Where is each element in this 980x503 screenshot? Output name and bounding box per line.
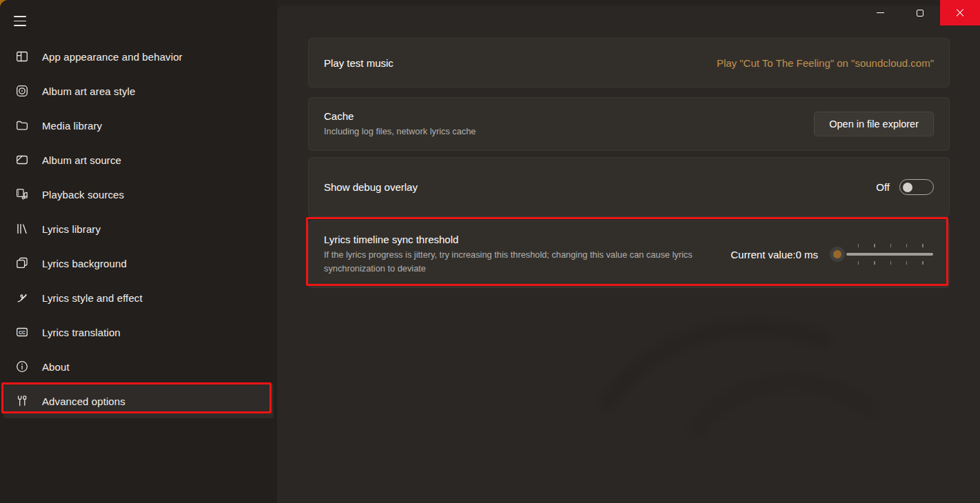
sidebar-item-label: Lyrics translation [42, 327, 121, 338]
sidebar-item-app-appearance[interactable]: App appearance and behavior [0, 39, 277, 74]
slider-ticks [850, 261, 930, 265]
sidebar-item-label: App appearance and behavior [42, 51, 183, 63]
sidebar-item-album-art-area-style[interactable]: Album art area style [0, 74, 277, 108]
books-icon [15, 222, 29, 236]
folder-icon [15, 119, 29, 132]
card-lyrics-timeline-sync-threshold: Lyrics timeline sync threshold If the ly… [308, 220, 950, 288]
setting-title: Play test music [324, 57, 717, 69]
sidebar-item-label: Album art source [42, 154, 121, 166]
hamburger-icon [14, 16, 26, 17]
slider-ticks [850, 244, 930, 247]
slider-track[interactable] [846, 253, 933, 256]
sidebar-item-lyrics-library[interactable]: Lyrics library [0, 212, 277, 246]
hamburger-icon [14, 25, 26, 26]
sidebar-item-advanced-options[interactable]: Advanced options [3, 384, 274, 418]
hamburger-icon [14, 21, 26, 22]
setting-title: Lyrics timeline sync threshold [324, 234, 731, 245]
closed-captions-icon: CC [15, 325, 29, 339]
setting-subtitle: Including log files, network lyrics cach… [324, 125, 814, 138]
maximize-icon [917, 10, 923, 17]
setting-description: If the lyrics progress is jittery, try i… [324, 248, 700, 276]
open-in-file-explorer-button[interactable]: Open in file explorer [814, 112, 934, 136]
sidebar-item-lyrics-style-and-effect[interactable]: Lyrics style and effect [0, 280, 277, 315]
sidebar-nav: App appearance and behavior Album art ar… [0, 39, 277, 418]
card-play-test-music: Play test music Play "Cut To The Feeling… [308, 38, 950, 88]
sidebar-item-label: Lyrics library [42, 223, 101, 235]
sidebar-item-playback-sources[interactable]: Playback sources [0, 177, 277, 212]
image-icon [15, 153, 29, 167]
sidebar-item-label: Lyrics style and effect [42, 292, 143, 304]
sidebar-item-media-library[interactable]: Media library [0, 108, 277, 143]
sidebar-item-about[interactable]: About [0, 349, 277, 384]
maximize-button[interactable] [900, 0, 940, 25]
sidebar-item-label: Advanced options [42, 396, 125, 407]
album-art-style-icon [15, 84, 29, 98]
info-icon [15, 360, 29, 373]
play-test-music-link[interactable]: Play "Cut To The Feeling" on "soundcloud… [717, 57, 934, 69]
setting-title: Cache [324, 110, 814, 122]
card-cache: Cache Including log files, network lyric… [308, 97, 950, 151]
slider-current-value-label: Current value:0 ms [731, 249, 818, 260]
toggle-knob [903, 183, 912, 192]
app-window: App appearance and behavior Album art ar… [0, 0, 980, 503]
sidebar-item-lyrics-translation[interactable]: CC Lyrics translation [0, 315, 277, 349]
sidebar: App appearance and behavior Album art ar… [0, 0, 277, 503]
sync-threshold-slider[interactable] [830, 239, 934, 269]
app-appearance-icon [15, 50, 29, 63]
card-show-debug-overlay: Show debug overlay Off [308, 157, 950, 217]
minimize-icon [877, 12, 884, 13]
hamburger-menu-button[interactable] [14, 16, 26, 26]
main-area: Play test music Play "Cut To The Feeling… [277, 0, 980, 503]
pen-icon [15, 291, 29, 305]
setting-title: Show debug overlay [324, 181, 876, 193]
slider-thumb[interactable] [830, 247, 845, 262]
background-watermark [594, 291, 890, 457]
sidebar-item-label: Album art area style [42, 85, 135, 97]
settings-panel: Play test music Play "Cut To The Feeling… [277, 6, 980, 503]
close-icon [955, 8, 965, 18]
minimize-button[interactable] [860, 0, 900, 25]
sidebar-item-label: Playback sources [42, 189, 124, 201]
toggle-state-label: Off [876, 181, 890, 193]
tools-icon [15, 394, 29, 408]
layers-icon [15, 256, 29, 270]
sidebar-item-lyrics-background[interactable]: Lyrics background [0, 246, 277, 280]
sidebar-item-label: Media library [42, 120, 102, 132]
sidebar-item-label: About [42, 361, 70, 373]
window-controls [860, 0, 980, 25]
svg-text:CC: CC [19, 330, 25, 335]
sidebar-item-label: Lyrics background [42, 258, 127, 269]
debug-overlay-toggle[interactable] [899, 179, 934, 195]
sidebar-item-album-art-source[interactable]: Album art source [0, 143, 277, 177]
close-button[interactable] [940, 0, 980, 25]
music-note-icon [15, 187, 29, 201]
